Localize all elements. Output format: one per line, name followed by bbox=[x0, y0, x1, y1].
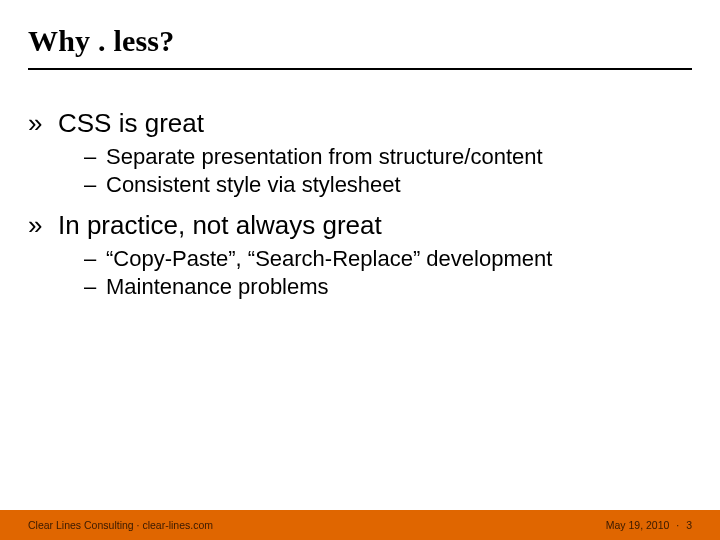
sub-bullets: – “Copy-Paste”, “Search-Replace” develop… bbox=[84, 245, 692, 300]
bullet-text: CSS is great bbox=[58, 108, 204, 139]
dash-icon: – bbox=[84, 273, 98, 301]
footer-bar: Clear Lines Consulting · clear-lines.com… bbox=[0, 510, 720, 540]
slide-content: » CSS is great – Separate presentation f… bbox=[28, 108, 692, 312]
footer-right: May 19, 2010 · 3 bbox=[606, 519, 692, 531]
dash-icon: – bbox=[84, 171, 98, 199]
bullet-l2: – Maintenance problems bbox=[84, 273, 692, 301]
sub-bullet-text: Consistent style via stylesheet bbox=[106, 171, 401, 199]
footer-inner: Clear Lines Consulting · clear-lines.com… bbox=[28, 510, 692, 540]
dash-icon: – bbox=[84, 245, 98, 273]
bullet-l2: – “Copy-Paste”, “Search-Replace” develop… bbox=[84, 245, 692, 273]
raquo-icon: » bbox=[28, 110, 48, 136]
page-number: 3 bbox=[686, 519, 692, 531]
slide-title: Why . less? bbox=[28, 24, 692, 58]
dot-separator-icon: · bbox=[676, 519, 679, 531]
bullet-text: In practice, not always great bbox=[58, 210, 382, 241]
footer-date: May 19, 2010 bbox=[606, 519, 670, 531]
bullet-l1: » In practice, not always great bbox=[28, 210, 692, 241]
slide: Why . less? » CSS is great – Separate pr… bbox=[0, 0, 720, 540]
raquo-icon: » bbox=[28, 212, 48, 238]
title-area: Why . less? bbox=[28, 24, 692, 70]
title-underline bbox=[28, 68, 692, 70]
footer-left: Clear Lines Consulting · clear-lines.com bbox=[28, 519, 213, 531]
sub-bullets: – Separate presentation from structure/c… bbox=[84, 143, 692, 198]
sub-bullet-text: “Copy-Paste”, “Search-Replace” developme… bbox=[106, 245, 552, 273]
bullet-l1: » CSS is great bbox=[28, 108, 692, 139]
bullet-l2: – Separate presentation from structure/c… bbox=[84, 143, 692, 171]
dash-icon: – bbox=[84, 143, 98, 171]
sub-bullet-text: Separate presentation from structure/con… bbox=[106, 143, 543, 171]
bullet-l2: – Consistent style via stylesheet bbox=[84, 171, 692, 199]
sub-bullet-text: Maintenance problems bbox=[106, 273, 329, 301]
